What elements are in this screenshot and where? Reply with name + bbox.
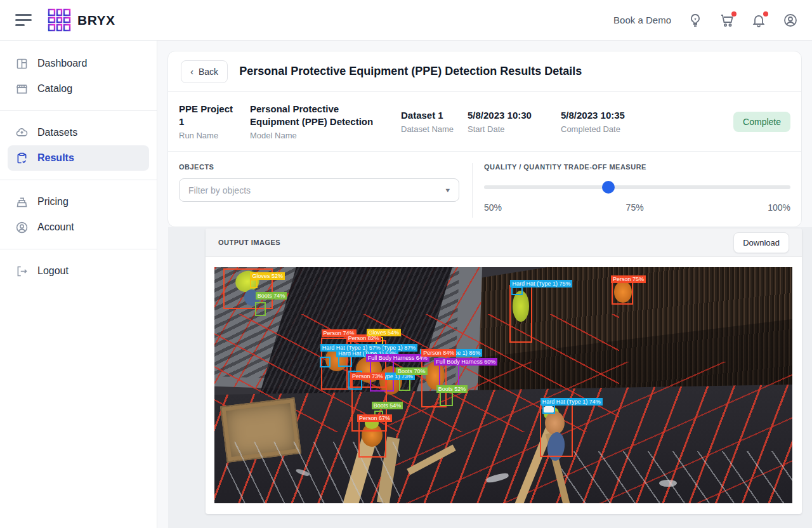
sidebar-item-label: Dashboard xyxy=(37,58,87,69)
lightbulb-icon[interactable] xyxy=(688,13,703,28)
run-info-row: PPE Project 1 Run Name Personal Protecti… xyxy=(168,92,801,152)
detection-label-harness: Full Body Harness 60% xyxy=(434,358,497,366)
detection-box-person xyxy=(612,280,633,305)
slider-track[interactable] xyxy=(484,185,790,189)
sidebar-divider xyxy=(0,249,157,249)
start-date-field: 5/8/2023 10:30 Start Date xyxy=(468,109,550,134)
detection-box-gloves xyxy=(250,279,258,288)
completed-date-field: 5/8/2023 10:35 Completed Date xyxy=(561,109,656,134)
cart-icon[interactable] xyxy=(719,13,735,28)
brand-name: BRYX xyxy=(77,13,115,28)
objects-filter-placeholder: Filter by objects xyxy=(188,185,251,195)
sidebar-item-account[interactable]: Account xyxy=(8,214,149,240)
detection-box-hard_hat xyxy=(320,357,331,367)
sidebar-item-datasets[interactable]: Datasets xyxy=(8,120,149,145)
detection-label-boots: Boots 52% xyxy=(436,385,468,393)
app: BRYX Book a Demo Dashboard xyxy=(0,0,812,528)
bell-notification-dot xyxy=(763,11,768,16)
slider-ticks: 50% 75% 100% xyxy=(484,202,790,213)
profile-icon[interactable] xyxy=(783,13,798,28)
back-button[interactable]: ‹ Back xyxy=(181,60,228,83)
cart-notification-dot xyxy=(731,11,737,16)
tick-50: 50% xyxy=(484,202,502,213)
detection-label-boots: Boots 54% xyxy=(372,402,403,409)
bell-icon[interactable] xyxy=(751,13,766,28)
sidebar: Dashboard Catalog Datasets Results Prici… xyxy=(0,41,157,528)
run-details-card: ‹ Back Personal Protective Equipment (PP… xyxy=(167,51,802,227)
filters-row: OBJECTS Filter by objects ▾ QUALITY / QU… xyxy=(168,152,801,218)
objects-filter-label: OBJECTS xyxy=(179,163,471,171)
output-images-header: OUTPUT IMAGES Download xyxy=(206,228,802,257)
cash-register-icon xyxy=(15,195,29,209)
tick-75: 75% xyxy=(626,202,644,213)
sidebar-item-label: Datasets xyxy=(37,127,77,138)
page-title: Personal Protective Equipment (PPE) Dete… xyxy=(239,65,582,78)
sidebar-divider xyxy=(0,180,157,180)
detection-label-hard_hat: Hard Hat (Type 1) 74% xyxy=(540,398,603,406)
model-name-field: Personal Protective Equipment (PPE) Dete… xyxy=(250,103,390,141)
cloud-upload-icon xyxy=(15,126,29,140)
storefront-icon xyxy=(15,82,29,96)
user-circle-icon xyxy=(15,221,29,234)
chevron-left-icon: ‹ xyxy=(190,67,193,76)
download-button[interactable]: Download xyxy=(733,232,789,253)
detection-label-harness: Full Body Harness 64% xyxy=(366,354,429,362)
clipboard-check-icon xyxy=(15,152,29,165)
run-name-field: PPE Project 1 Run Name xyxy=(179,103,239,141)
tradeoff-label: QUALITY / QUANTITY TRADE-OFF MEASURE xyxy=(484,163,790,171)
detection-label-person: Person 67% xyxy=(357,414,392,422)
hamburger-menu-icon[interactable] xyxy=(15,14,32,26)
sidebar-item-label: Account xyxy=(37,221,74,233)
tick-100: 100% xyxy=(768,202,790,213)
detection-label-boots: Boots 70% xyxy=(396,367,428,375)
logout-icon xyxy=(15,265,29,278)
output-images-title: OUTPUT IMAGES xyxy=(218,239,280,246)
top-navbar: BRYX Book a Demo xyxy=(0,0,812,41)
sidebar-item-label: Logout xyxy=(37,265,69,277)
objects-filter-select[interactable]: Filter by objects ▾ xyxy=(179,178,459,202)
detection-label-person: Person 75% xyxy=(611,275,646,283)
detection-label-hard_hat: Hard Hat (Type 1) 75% xyxy=(510,280,572,287)
detection-label-hard_hat: Hard Hat (Type 1) 57% xyxy=(320,344,383,352)
detections-layer: Gloves 52%Boots 74%Person 74%Person 82%G… xyxy=(214,267,792,503)
detection-box-boots xyxy=(255,302,266,316)
dashboard-icon xyxy=(15,57,29,70)
book-a-demo-link[interactable]: Book a Demo xyxy=(613,15,671,25)
sidebar-item-dashboard[interactable]: Dashboard xyxy=(8,51,149,76)
status-badge: Complete xyxy=(733,112,790,132)
sidebar-divider xyxy=(0,110,157,111)
slider-thumb[interactable] xyxy=(602,181,615,194)
brand-logo[interactable]: BRYX xyxy=(47,8,115,33)
detection-box-person xyxy=(358,419,387,458)
sidebar-item-results[interactable]: Results xyxy=(8,145,149,171)
detection-label-person: Person 73% xyxy=(350,373,385,380)
output-image[interactable]: Gloves 52%Boots 74%Person 74%Person 82%G… xyxy=(214,267,792,503)
sidebar-item-pricing[interactable]: Pricing xyxy=(8,189,149,214)
output-images-card: OUTPUT IMAGES Download xyxy=(206,228,802,514)
dataset-name-field: Dataset 1 Dataset Name xyxy=(401,109,457,134)
bryx-logo-icon xyxy=(47,8,72,33)
sidebar-item-label: Pricing xyxy=(37,196,69,208)
tradeoff-slider[interactable] xyxy=(484,181,790,194)
detection-label-person: Person 84% xyxy=(421,349,456,357)
detection-box-hard_hat xyxy=(511,287,523,295)
detection-label-gloves: Gloves 54% xyxy=(367,329,402,336)
detection-label-boots: Boots 74% xyxy=(256,292,287,300)
main-content: ‹ Back Personal Protective Equipment (PP… xyxy=(157,41,812,528)
detection-box-hard_hat xyxy=(542,405,555,414)
chevron-down-icon: ▾ xyxy=(445,187,450,194)
sidebar-item-label: Results xyxy=(37,152,74,164)
sidebar-item-label: Catalog xyxy=(37,83,72,95)
detection-label-gloves: Gloves 52% xyxy=(250,272,285,280)
details-header: ‹ Back Personal Protective Equipment (PP… xyxy=(168,51,801,92)
sidebar-item-catalog[interactable]: Catalog xyxy=(8,76,149,102)
sidebar-item-logout[interactable]: Logout xyxy=(8,258,149,284)
